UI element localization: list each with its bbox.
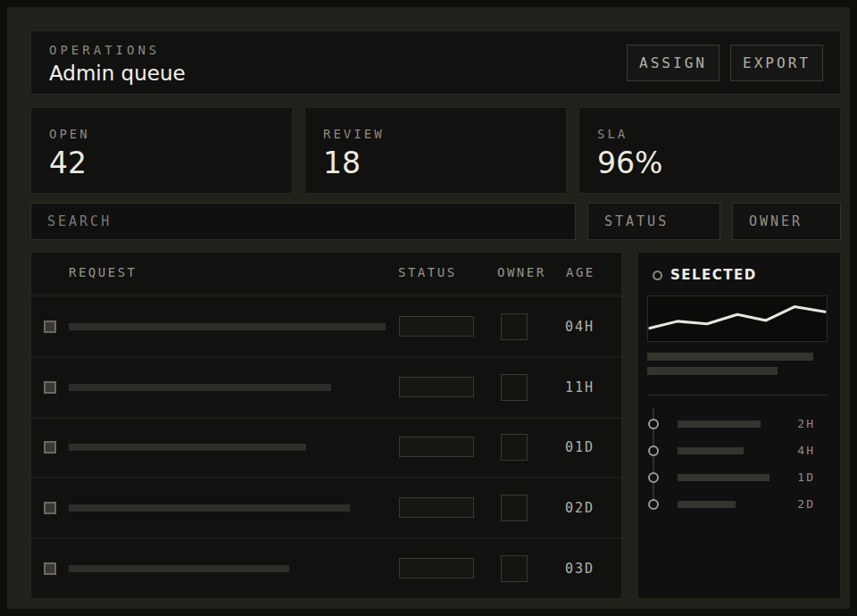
timeline-age-label: 2H <box>797 417 815 430</box>
header-panel: OPERATIONS Admin queue ASSIGN EXPORT <box>30 30 841 95</box>
sparkline-chart <box>647 296 828 342</box>
search-input[interactable] <box>31 204 575 239</box>
selected-panel: SELECTED 2H 4H 1D 2D <box>637 252 841 599</box>
selected-panel-title: SELECTED <box>670 267 757 283</box>
timeline-age-label: 1D <box>797 470 815 484</box>
owner-filter-dropdown[interactable]: OWNER <box>732 203 841 240</box>
stat-card-review: REVIEW 18 <box>304 107 567 194</box>
detail-text-placeholder <box>647 367 778 375</box>
table-row[interactable]: 03D <box>31 537 621 598</box>
timeline-node-icon <box>648 445 659 456</box>
age-value: 04H <box>565 319 595 335</box>
row-checkbox[interactable] <box>44 381 56 394</box>
row-checkbox[interactable] <box>44 441 56 454</box>
request-text-placeholder <box>69 323 386 330</box>
column-header-request: REQUEST <box>69 265 137 279</box>
request-text-placeholder <box>69 504 350 512</box>
age-value: 11H <box>565 379 595 395</box>
stat-card-open: OPEN 42 <box>30 107 293 194</box>
table-row[interactable]: 01D <box>31 417 621 478</box>
timeline-node-icon <box>648 419 659 429</box>
table-row[interactable]: 02D <box>31 477 621 537</box>
age-value: 01D <box>565 439 595 455</box>
status-cell-box[interactable] <box>399 316 474 337</box>
selection-circle-icon <box>653 271 662 280</box>
row-checkbox[interactable] <box>44 320 56 333</box>
stat-label: OPEN <box>49 127 90 141</box>
stat-card-sla: SLA 96% <box>578 107 841 194</box>
stat-value: 18 <box>323 146 361 180</box>
timeline-item: 4H <box>638 437 842 464</box>
request-text-placeholder <box>69 565 289 572</box>
status-filter-dropdown[interactable]: STATUS <box>587 203 720 240</box>
admin-queue-app: OPERATIONS Admin queue ASSIGN EXPORT OPE… <box>0 0 857 616</box>
column-header-age: AGE <box>566 265 595 279</box>
table-header-row: REQUEST STATUS OWNER AGE <box>31 253 621 296</box>
request-table: REQUEST STATUS OWNER AGE 04H 11H 01D <box>30 252 622 599</box>
timeline-node-icon <box>648 499 659 510</box>
request-text-placeholder <box>69 444 306 451</box>
timeline-age-label: 4H <box>797 444 815 457</box>
search-box <box>30 203 576 240</box>
row-checkbox[interactable] <box>44 502 56 514</box>
timeline-text-placeholder <box>678 447 744 454</box>
timeline-text-placeholder <box>678 420 761 428</box>
timeline-text-placeholder <box>678 501 736 508</box>
selected-panel-header: SELECTED <box>653 267 757 283</box>
status-cell-box[interactable] <box>399 377 474 397</box>
timeline-age-label: 2D <box>797 497 815 511</box>
timeline-item: 2D <box>638 491 842 518</box>
owner-cell-box[interactable] <box>501 374 528 401</box>
timeline-text-placeholder <box>678 474 770 481</box>
table-row[interactable]: 04H <box>31 296 621 356</box>
status-cell-box[interactable] <box>399 437 474 457</box>
assign-button[interactable]: ASSIGN <box>627 45 720 81</box>
owner-cell-box[interactable] <box>501 495 528 521</box>
panel-divider <box>647 395 828 395</box>
status-cell-box[interactable] <box>399 558 474 579</box>
header-eyebrow: OPERATIONS <box>49 43 160 57</box>
age-value: 02D <box>565 500 595 516</box>
export-button[interactable]: EXPORT <box>730 45 823 81</box>
stat-label: SLA <box>597 127 628 141</box>
timeline-item: 2H <box>638 411 842 437</box>
request-text-placeholder <box>69 384 331 391</box>
timeline-item: 1D <box>638 464 842 491</box>
sparkline-path <box>650 307 825 329</box>
stat-value: 42 <box>49 146 87 180</box>
age-value: 03D <box>565 561 595 577</box>
row-checkbox[interactable] <box>44 562 56 575</box>
detail-text-placeholder <box>647 353 813 361</box>
stat-value: 96% <box>597 146 662 180</box>
owner-cell-box[interactable] <box>501 313 528 340</box>
column-header-owner: OWNER <box>497 265 546 279</box>
column-header-status: STATUS <box>398 265 457 279</box>
stat-label: REVIEW <box>323 127 385 141</box>
timeline-node-icon <box>648 472 659 483</box>
status-cell-box[interactable] <box>399 497 474 518</box>
page-title: Admin queue <box>49 62 186 85</box>
table-row[interactable]: 11H <box>31 356 621 417</box>
owner-cell-box[interactable] <box>501 434 528 461</box>
owner-cell-box[interactable] <box>501 555 528 582</box>
